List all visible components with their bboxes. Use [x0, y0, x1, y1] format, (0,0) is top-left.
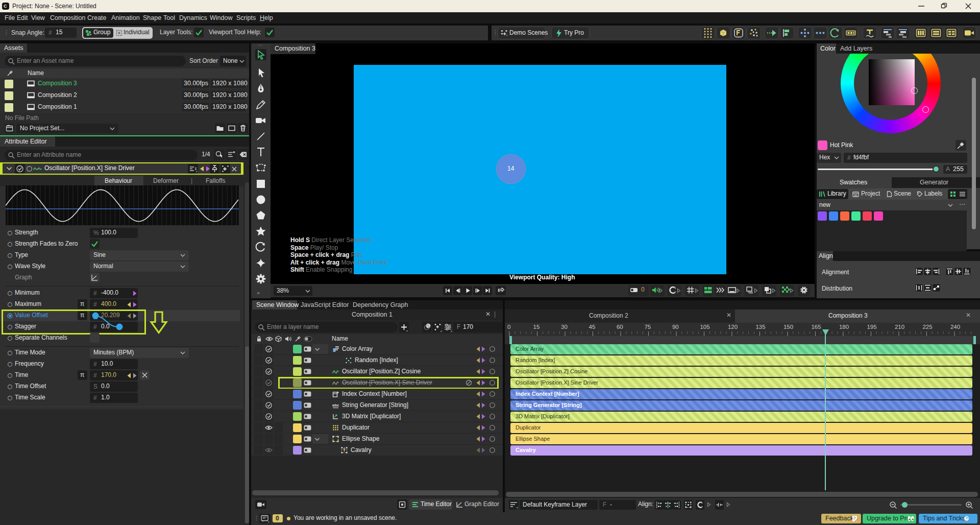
svg-text:abc: abc — [332, 403, 339, 408]
